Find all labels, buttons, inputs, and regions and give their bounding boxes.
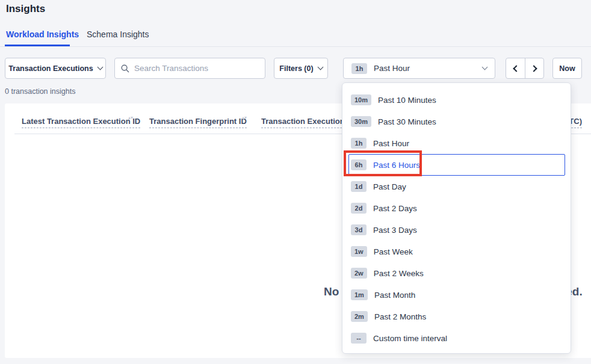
menu-item-label: Past 10 Minutes xyxy=(378,96,436,105)
page-title: Insights xyxy=(6,3,45,15)
interval-badge: 2w xyxy=(351,268,367,279)
search-input-container[interactable] xyxy=(114,58,265,79)
interval-badge: -- xyxy=(351,333,367,344)
interval-badge: 1m xyxy=(351,289,368,300)
menu-item-label: Past Day xyxy=(373,182,406,191)
sort-icon[interactable]: ▴▾ xyxy=(128,116,133,120)
menu-item-past-2-days[interactable]: 2d Past 2 Days xyxy=(342,197,571,219)
chevron-down-icon xyxy=(97,64,103,70)
interval-badge: 3d xyxy=(351,224,367,235)
tab-workload-insights[interactable]: Workload Insights xyxy=(6,29,79,39)
interval-badge: 2d xyxy=(351,203,367,214)
menu-item-custom-time-interval[interactable]: -- Custom time interval xyxy=(342,327,571,349)
time-interval-badge: 1h xyxy=(351,63,367,74)
now-button[interactable]: Now xyxy=(552,58,582,79)
insights-page: Insights Workload Insights Schema Insigh… xyxy=(0,0,591,364)
menu-item-label: Past 2 Weeks xyxy=(374,269,424,278)
menu-item-past-10-minutes[interactable]: 10m Past 10 Minutes xyxy=(342,89,571,111)
tab-schema-insights[interactable]: Schema Insights xyxy=(87,29,149,39)
menu-item-label: Past 2 Days xyxy=(373,204,417,213)
menu-item-past-month[interactable]: 1m Past Month xyxy=(342,284,571,306)
search-input[interactable] xyxy=(134,64,259,73)
next-interval-button[interactable] xyxy=(525,58,543,78)
menu-item-label: Past 2 Months xyxy=(374,312,426,321)
chevron-down-icon xyxy=(482,64,488,70)
interval-badge: 30m xyxy=(351,116,371,127)
menu-item-past-3-days[interactable]: 3d Past 3 Days xyxy=(342,219,571,241)
interval-badge: 10m xyxy=(351,94,371,105)
menu-item-past-2-weeks[interactable]: 2w Past 2 Weeks xyxy=(342,262,571,284)
interval-badge: 2m xyxy=(351,311,368,322)
workload-type-label: Transaction Executions xyxy=(8,64,93,73)
menu-item-label: Past Month xyxy=(374,291,415,300)
interval-badge: 6h xyxy=(351,159,367,170)
menu-item-label: Custom time interval xyxy=(373,334,447,343)
time-interval-select[interactable]: 1h Past Hour xyxy=(343,58,495,79)
chevron-right-icon xyxy=(530,65,537,72)
menu-item-past-day[interactable]: 1d Past Day xyxy=(342,176,571,197)
time-interval-dropdown-menu: 10m Past 10 Minutes 30m Past 30 Minutes … xyxy=(342,82,571,354)
interval-badge: 1d xyxy=(351,181,367,192)
now-label: Now xyxy=(559,64,575,73)
insights-count: 0 transaction insights xyxy=(5,87,75,96)
menu-item-past-hour[interactable]: 1h Past Hour xyxy=(342,132,571,154)
menu-item-past-week[interactable]: 1w Past Week xyxy=(342,241,571,262)
menu-item-past-2-months[interactable]: 2m Past 2 Months xyxy=(342,306,571,327)
time-nav-arrows xyxy=(506,58,544,79)
search-icon xyxy=(121,64,129,73)
chevron-left-icon xyxy=(513,65,519,72)
column-header-latest-txn-exec-id[interactable]: Latest Transaction Execution ID xyxy=(22,117,140,128)
time-interval-label: Past Hour xyxy=(374,64,410,73)
menu-item-label: Past 3 Days xyxy=(373,226,417,235)
menu-item-label: Past Week xyxy=(374,247,413,256)
interval-badge: 1w xyxy=(351,246,367,257)
workload-type-dropdown-button[interactable]: Transaction Executions xyxy=(5,58,106,79)
menu-item-label: Past 30 Minutes xyxy=(378,117,436,126)
tabs-divider xyxy=(0,46,591,47)
column-header-txn-fingerprint-id[interactable]: Transaction Fingerprint ID xyxy=(149,117,247,128)
chevron-down-icon xyxy=(317,64,323,70)
filters-label: Filters (0) xyxy=(279,64,313,73)
menu-item-label: Past 6 Hours xyxy=(373,161,420,170)
menu-item-label: Past Hour xyxy=(373,139,409,148)
previous-interval-button[interactable] xyxy=(506,58,525,78)
menu-item-past-6-hours[interactable]: 6h Past 6 Hours xyxy=(342,154,571,176)
sort-icon[interactable]: ▴▾ xyxy=(242,116,247,120)
filters-button[interactable]: Filters (0) xyxy=(274,58,328,79)
menu-item-past-30-minutes[interactable]: 30m Past 30 Minutes xyxy=(342,111,571,132)
interval-badge: 1h xyxy=(351,138,367,149)
